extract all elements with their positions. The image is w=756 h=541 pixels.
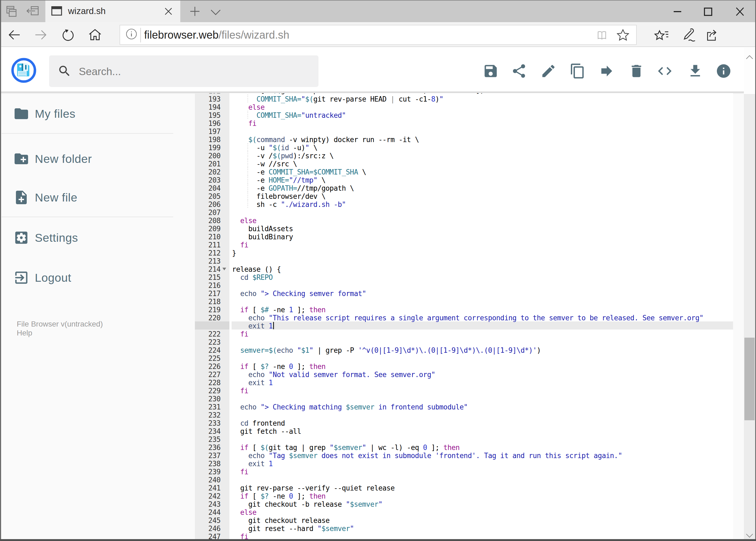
line-number: 203 <box>208 176 220 184</box>
code-line-246: git reset --hard "$semver" <box>232 525 354 533</box>
code-line-215: cd $REPO <box>232 273 273 281</box>
set-aside-tabs-icon[interactable] <box>26 6 39 15</box>
line-number: 204 <box>208 184 220 192</box>
line-number: 227 <box>208 370 220 379</box>
close-tab-icon[interactable] <box>164 7 172 15</box>
maximize-icon[interactable] <box>704 8 712 16</box>
info-circle-icon[interactable] <box>126 28 137 40</box>
sidebar-item-my-files[interactable]: My files <box>13 106 29 122</box>
line-number: 239 <box>208 468 220 476</box>
url-path: /files/wizard.sh <box>219 29 289 41</box>
line-number: 236 <box>208 443 220 452</box>
web-note-pen-icon[interactable] <box>680 27 696 43</box>
line-number: 235 <box>208 435 220 443</box>
text-cursor <box>273 322 274 329</box>
indent-guide <box>247 111 248 119</box>
line-number: 224 <box>208 346 220 354</box>
code-line-196: fi <box>232 119 256 128</box>
download-icon[interactable] <box>687 63 703 79</box>
forward-arrow-icon[interactable] <box>33 27 49 43</box>
sidebar-item-settings[interactable]: Settings <box>13 230 29 246</box>
code-editor[interactable]: 1921931941951961971981992002012022032042… <box>195 93 733 539</box>
new-file-icon <box>13 189 29 206</box>
code-line-244: else <box>232 508 256 516</box>
minimize-icon[interactable] <box>674 11 681 12</box>
new-tab-plus-icon[interactable] <box>190 6 200 16</box>
window-border-left <box>0 0 1 541</box>
code-line-227: echo "Not valid semver format. See semve… <box>232 370 435 379</box>
line-number: 229 <box>208 387 220 395</box>
line-number: 217 <box>208 289 220 297</box>
home-icon[interactable] <box>87 27 103 43</box>
code-icon[interactable] <box>657 63 673 79</box>
line-number: 195 <box>208 111 220 119</box>
indent-guide <box>247 176 248 184</box>
code-line-229: fi <box>232 387 248 395</box>
line-number: 198 <box>208 136 220 144</box>
sidebar-item-new-folder[interactable]: New folder <box>13 151 29 167</box>
line-number: 226 <box>208 362 220 370</box>
indent-guide <box>247 143 248 151</box>
line-number: 247 <box>208 533 220 539</box>
close-window-icon[interactable] <box>736 7 744 16</box>
tab-preview-icon[interactable] <box>6 6 16 17</box>
line-number: 232 <box>208 411 220 419</box>
sidebar-footer: File Browser v(untracked) Help <box>17 319 103 337</box>
line-number: 234 <box>208 427 220 435</box>
line-number: 201 <box>208 160 220 168</box>
chevron-down-icon[interactable] <box>210 9 221 15</box>
browser-window: wizard.sh <box>0 0 756 541</box>
sidebar-item-logout[interactable]: Logout <box>13 270 29 286</box>
scroll-down-icon[interactable] <box>746 533 753 538</box>
help-link[interactable]: Help <box>17 328 103 337</box>
line-number: 233 <box>208 419 220 427</box>
address-bar[interactable]: filebrowser.web/files/wizard.sh <box>120 25 637 45</box>
indent-guide <box>247 192 248 200</box>
copy-icon[interactable] <box>570 63 586 79</box>
code-line-212: } <box>232 249 236 257</box>
info-icon[interactable] <box>715 63 732 79</box>
filebrowser-app: Search... File Browser v(untracked) Help… <box>0 48 756 539</box>
line-number: 225 <box>208 354 220 362</box>
edit-pencil-icon[interactable] <box>540 63 557 79</box>
reading-view-book-icon[interactable] <box>595 29 609 42</box>
back-arrow-icon[interactable] <box>6 27 22 43</box>
favorite-star-icon[interactable] <box>616 28 630 42</box>
fold-arrow-icon[interactable] <box>222 268 226 270</box>
code-line-247: fi <box>232 533 248 539</box>
navigation-bar: filebrowser.web/files/wizard.sh <box>0 22 756 47</box>
line-number: 241 <box>208 484 220 492</box>
move-arrow-icon[interactable] <box>599 63 615 79</box>
tab-bar: wizard.sh <box>0 0 756 22</box>
code-line-245: git checkout release <box>232 516 330 525</box>
active-tab[interactable]: wizard.sh <box>45 0 180 22</box>
line-number: 242 <box>208 492 220 500</box>
editor-gutter: 1921931941951961971981992002012022032042… <box>195 93 229 539</box>
line-number: 238 <box>208 460 220 468</box>
page-scrollbar[interactable] <box>744 48 755 539</box>
scrollbar-top-zone <box>744 48 755 94</box>
document-icon <box>51 6 63 16</box>
code-line-210: buildBinary <box>232 233 293 241</box>
share-icon[interactable] <box>511 63 527 79</box>
line-number: 237 <box>208 452 220 460</box>
save-icon[interactable] <box>483 63 499 79</box>
indent-guide <box>247 159 248 168</box>
sidebar-item-label: Settings <box>35 231 78 245</box>
tab-title: wizard.sh <box>68 6 106 16</box>
sidebar-item-label: My files <box>35 107 76 121</box>
share-page-icon[interactable] <box>704 27 720 43</box>
hub-star-icon[interactable] <box>653 27 670 43</box>
delete-trash-icon[interactable] <box>629 63 644 79</box>
sidebar-item-new-file[interactable]: New file <box>13 189 29 206</box>
scrollbar-thumb[interactable] <box>744 337 755 420</box>
line-number: 216 <box>208 281 220 289</box>
code-line-220: echo "This release script requires a sin… <box>232 314 703 322</box>
scroll-up-icon[interactable] <box>746 55 753 59</box>
refresh-icon[interactable] <box>60 27 76 43</box>
window-border-top <box>0 0 756 1</box>
line-number: 199 <box>208 144 220 152</box>
line-number: 231 <box>208 403 220 411</box>
sidebar-item-label: Logout <box>35 271 71 284</box>
url-text[interactable]: filebrowser.web/files/wizard.sh <box>144 29 289 41</box>
